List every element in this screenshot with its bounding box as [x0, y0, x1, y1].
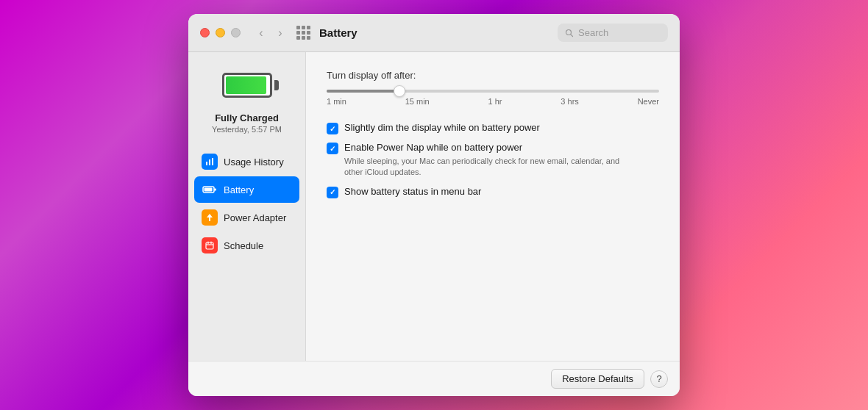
option-power-nap: ✓ Enable Power Nap while on battery powe…	[327, 142, 659, 179]
minimize-button[interactable]	[216, 28, 225, 37]
content-area: Fully Charged Yesterday, 5:57 PM Usage H…	[188, 52, 680, 361]
grid-icon[interactable]	[296, 26, 310, 40]
sidebar-nav: Usage History Battery	[188, 148, 305, 260]
slider-label-1min: 1 min	[327, 97, 346, 106]
svg-rect-2	[206, 162, 207, 165]
window-title: Battery	[319, 26, 558, 39]
maximize-button[interactable]	[231, 28, 241, 37]
slider-track	[327, 90, 659, 93]
titlebar: ‹ › Battery Search	[188, 14, 680, 52]
option-menu-bar-label: Show battery status in menu bar	[344, 186, 481, 198]
svg-rect-6	[214, 189, 216, 191]
svg-rect-3	[209, 159, 210, 165]
nav-buttons: ‹ ›	[252, 24, 289, 42]
sidebar-item-schedule[interactable]: Schedule	[194, 232, 299, 259]
slider-section-title: Turn display off after:	[327, 70, 659, 81]
checkmark-power-nap: ✓	[330, 145, 335, 153]
sidebar-item-battery[interactable]: Battery	[194, 176, 299, 203]
svg-rect-4	[212, 158, 213, 165]
battery-image	[218, 67, 277, 104]
checkmark-menu-bar: ✓	[330, 188, 335, 196]
option-power-nap-text: Enable Power Nap while on battery power …	[344, 142, 624, 179]
battery-body	[222, 73, 272, 98]
restore-defaults-button[interactable]: Restore Defaults	[551, 369, 644, 389]
power-adapter-label: Power Adapter	[224, 212, 286, 223]
option-power-nap-label: Enable Power Nap while on battery power	[344, 142, 624, 154]
slider-label-1hr: 1 hr	[488, 97, 502, 106]
checkbox-menu-bar[interactable]: ✓	[327, 187, 338, 198]
option-dim-display-text: Slightly dim the display while on batter…	[344, 122, 540, 134]
schedule-icon	[202, 237, 218, 253]
help-button[interactable]: ?	[650, 370, 668, 388]
slider-label-3hrs: 3 hrs	[561, 97, 578, 106]
battery-icon	[202, 181, 218, 198]
schedule-label: Schedule	[224, 240, 263, 251]
search-placeholder: Search	[578, 27, 608, 38]
forward-button[interactable]: ›	[271, 24, 289, 42]
traffic-lights	[200, 28, 241, 37]
battery-status-label: Fully Charged	[215, 112, 279, 123]
system-preferences-window: ‹ › Battery Search	[188, 14, 680, 396]
sidebar-item-usage-history[interactable]: Usage History	[194, 148, 299, 175]
battery-time-label: Yesterday, 5:57 PM	[212, 125, 282, 134]
sidebar-item-power-adapter[interactable]: Power Adapter	[194, 204, 299, 231]
slider-thumb[interactable]	[394, 85, 405, 97]
svg-line-1	[571, 34, 573, 36]
option-menu-bar: ✓ Show battery status in menu bar	[327, 186, 659, 198]
search-icon	[565, 29, 574, 37]
battery-tip	[274, 80, 279, 90]
slider-label-15min: 15 min	[405, 97, 430, 106]
sidebar: Fully Charged Yesterday, 5:57 PM Usage H…	[188, 52, 306, 361]
display-off-slider[interactable]: 1 min 15 min 1 hr 3 hrs Never	[327, 90, 659, 106]
slider-labels: 1 min 15 min 1 hr 3 hrs Never	[327, 97, 659, 106]
svg-rect-7	[204, 188, 213, 192]
svg-marker-8	[207, 214, 213, 221]
footer: Restore Defaults ?	[188, 361, 680, 396]
options-section: ✓ Slightly dim the display while on batt…	[327, 122, 659, 198]
power-adapter-icon	[202, 209, 218, 226]
search-bar[interactable]: Search	[558, 24, 668, 42]
checkmark-dim-display: ✓	[330, 125, 335, 133]
option-dim-display-label: Slightly dim the display while on batter…	[344, 122, 540, 134]
checkbox-power-nap[interactable]: ✓	[327, 143, 338, 154]
usage-history-icon	[202, 154, 218, 170]
option-menu-bar-text: Show battery status in menu bar	[344, 186, 481, 198]
option-dim-display: ✓ Slightly dim the display while on batt…	[327, 122, 659, 134]
battery-fill	[226, 76, 267, 94]
slider-label-never: Never	[638, 97, 659, 106]
battery-label: Battery	[224, 184, 254, 195]
main-settings: Turn display off after: 1 min 15 min 1 h…	[306, 52, 680, 361]
usage-history-label: Usage History	[224, 157, 284, 168]
back-button[interactable]: ‹	[252, 24, 270, 42]
slider-fill	[327, 90, 399, 93]
svg-rect-9	[206, 242, 213, 249]
close-button[interactable]	[200, 28, 210, 37]
checkbox-dim-display[interactable]: ✓	[327, 123, 338, 134]
option-power-nap-description: While sleeping, your Mac can periodicall…	[344, 156, 624, 179]
